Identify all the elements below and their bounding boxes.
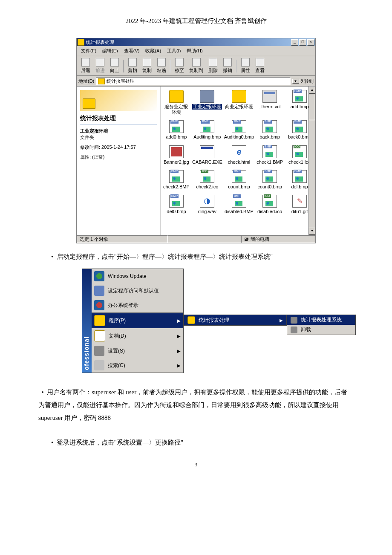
file-item[interactable]: count0.bmp bbox=[256, 170, 284, 190]
start-submenu-1[interactable]: 统计报表处理 ▶ bbox=[184, 315, 287, 326]
file-label: disabled.BMP bbox=[225, 209, 254, 214]
address-label: 地址(D) bbox=[78, 78, 94, 84]
scroll-thumb[interactable] bbox=[309, 94, 315, 120]
folder-icon bbox=[232, 90, 246, 103]
startmenu-item[interactable]: 办公系统登录 bbox=[92, 298, 183, 312]
body-paragraph: • 用户名有两个：superuser 和 user，前者为超级用户，拥有更多操作… bbox=[38, 386, 354, 424]
copyto-button[interactable]: 复制到 bbox=[187, 57, 206, 75]
bmp-icon bbox=[169, 120, 184, 133]
startmenu-item[interactable]: 设置(S)▶ bbox=[92, 344, 183, 358]
startmenu-item[interactable]: Windows Update bbox=[92, 269, 183, 283]
address-value: 统计报表处理 bbox=[107, 78, 135, 84]
menu-label: 程序(P) bbox=[109, 317, 126, 324]
views-button[interactable]: 查看 bbox=[253, 57, 267, 75]
file-label: back0.bmp bbox=[288, 134, 311, 140]
close-button[interactable]: × bbox=[307, 39, 314, 46]
file-item[interactable]: check2.ico bbox=[192, 170, 222, 190]
scroll-down-button[interactable]: ▼ bbox=[309, 228, 315, 235]
menu-icon bbox=[291, 327, 297, 333]
back-button[interactable]: 后退 bbox=[78, 57, 93, 75]
file-label: 服务业定报环境 bbox=[162, 104, 190, 115]
page-number: 3 bbox=[38, 461, 354, 468]
forward-button[interactable]: 前进 bbox=[93, 57, 107, 75]
file-item[interactable]: disabled.ico bbox=[256, 195, 284, 214]
jpg-icon bbox=[169, 145, 184, 158]
file-list[interactable]: 服务业定报环境工业定报环境商业定报环境_therm.vctadd.bmpadd0… bbox=[161, 87, 315, 235]
bmp-icon bbox=[292, 170, 307, 183]
menu-icon bbox=[94, 286, 104, 296]
file-item[interactable]: del0.bmp bbox=[162, 195, 190, 214]
scroll-up-button[interactable]: ▲ bbox=[309, 87, 315, 94]
scrollbar[interactable]: ▲ ▼ bbox=[308, 87, 315, 235]
file-label: del0.bmp bbox=[167, 209, 186, 214]
bmp-icon bbox=[169, 170, 184, 183]
menu-help[interactable]: 帮助(H) bbox=[184, 47, 205, 55]
html-icon bbox=[232, 145, 246, 158]
file-item[interactable]: 商业定报环境 bbox=[224, 90, 254, 115]
file-item[interactable]: _therm.vct bbox=[256, 90, 284, 115]
delete-button[interactable]: 删除 bbox=[206, 57, 220, 75]
up-button[interactable]: 向上 bbox=[107, 57, 122, 75]
start-submenu-2[interactable]: 统计报表处理系统卸载 bbox=[287, 315, 356, 335]
file-item[interactable]: check.html bbox=[224, 145, 254, 165]
bullet-2: • 登录进系统后，点击"系统设置—〉更换路径" bbox=[51, 437, 354, 448]
paste-button[interactable]: 粘贴 bbox=[154, 57, 169, 75]
titlebar[interactable]: 统计报表处理 _ □ × bbox=[77, 38, 315, 46]
file-label: ditu1.gif bbox=[291, 209, 308, 214]
file-item[interactable]: back.bmp bbox=[256, 120, 284, 140]
moveto-button[interactable]: 移至 bbox=[172, 57, 187, 75]
menu-edit[interactable]: 编辑(E) bbox=[100, 47, 121, 55]
startmenu-item[interactable]: 文档(D)▶ bbox=[92, 328, 183, 344]
startmenu-item[interactable]: 程序(P)▶ bbox=[92, 312, 183, 328]
file-item[interactable]: add0.bmp bbox=[162, 120, 190, 140]
address-dropdown[interactable]: ▼ bbox=[292, 79, 299, 84]
address-field[interactable]: 统计报表处理 bbox=[96, 77, 290, 85]
menu-icon bbox=[94, 300, 104, 310]
file-item[interactable]: disabled.BMP bbox=[224, 195, 254, 214]
startmenu-item[interactable]: 设定程序访问和默认值 bbox=[92, 283, 183, 298]
undo-button[interactable]: 撤销 bbox=[220, 57, 235, 75]
menu-icon bbox=[94, 271, 104, 281]
menu-label: 文档(D) bbox=[109, 332, 126, 340]
bmp-icon bbox=[169, 195, 184, 208]
minimize-button[interactable]: _ bbox=[291, 39, 298, 46]
stripe-text: ofessional bbox=[83, 336, 90, 370]
file-label: Auditing.bmp bbox=[193, 134, 221, 140]
file-item[interactable]: check2.BMP bbox=[162, 170, 190, 190]
file-item[interactable]: Banner2.jpg bbox=[162, 145, 190, 165]
properties-button[interactable]: 属性 bbox=[238, 57, 253, 75]
file-item[interactable]: 工业定报环境 bbox=[192, 90, 222, 115]
menu-view[interactable]: 查看(V) bbox=[121, 47, 142, 55]
file-item[interactable]: 服务业定报环境 bbox=[162, 90, 190, 115]
wav-icon bbox=[200, 195, 214, 208]
go-button[interactable]: ∂ 转到 bbox=[301, 78, 314, 84]
menu-icon bbox=[94, 360, 104, 370]
maximize-button[interactable]: □ bbox=[299, 39, 306, 46]
file-item[interactable]: Auditing0.bmp bbox=[224, 120, 254, 140]
file-item[interactable]: check1.BMP bbox=[256, 145, 284, 165]
file-label: check1.BMP bbox=[257, 159, 283, 165]
startmenu-item[interactable]: 搜索(C)▶ bbox=[92, 358, 183, 373]
submenu-item[interactable]: 统计报表处理 ▶ bbox=[184, 315, 286, 325]
menu-label: 办公系统登录 bbox=[108, 302, 138, 309]
file-item[interactable]: ding.wav bbox=[192, 195, 222, 214]
cut-button[interactable]: 剪切 bbox=[125, 57, 140, 75]
start-menu-main[interactable]: ofessional Windows Update设定程序访问和默认值办公系统登… bbox=[82, 269, 184, 373]
file-item[interactable]: Auditing.bmp bbox=[192, 120, 222, 140]
file-item[interactable]: count.bmp bbox=[224, 170, 254, 190]
submenu-item[interactable]: 卸载 bbox=[287, 325, 355, 335]
selected-type: 文件夹 bbox=[80, 134, 157, 141]
toolbar: 后退 前进 向上 剪切 复制 粘贴 移至 复制到 删除 撤销 属性 查看 bbox=[77, 56, 315, 76]
bmp-icon bbox=[262, 170, 277, 183]
window-title: 统计报表处理 bbox=[86, 39, 114, 46]
file-label: CABARC.EXE bbox=[192, 159, 222, 165]
submenu-item[interactable]: 统计报表处理系统 bbox=[287, 315, 355, 325]
copy-button[interactable]: 复制 bbox=[140, 57, 154, 75]
menu-icon bbox=[94, 346, 104, 356]
file-label: check.html bbox=[228, 159, 251, 165]
file-item[interactable]: CABARC.EXE bbox=[192, 145, 222, 165]
bmp-icon bbox=[232, 195, 246, 208]
menu-favorites[interactable]: 收藏(A) bbox=[143, 47, 164, 55]
menu-file[interactable]: 文件(F) bbox=[78, 47, 99, 55]
menu-tools[interactable]: 工具(I) bbox=[164, 47, 183, 55]
